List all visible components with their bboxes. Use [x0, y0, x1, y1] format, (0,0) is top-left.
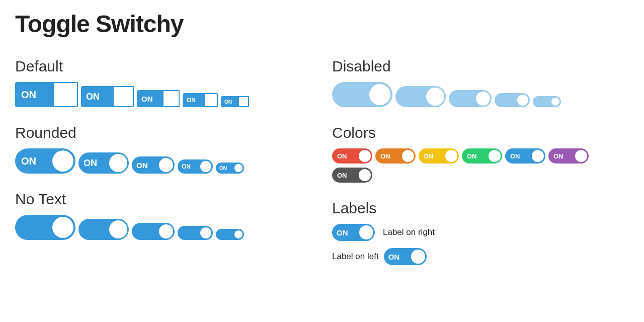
toggle-disabled-lg [395, 86, 446, 107]
toggle-notext-xl[interactable] [15, 215, 75, 240]
toggle-knob [238, 96, 249, 107]
label-right-text: Label on right [383, 227, 435, 237]
toggle-on-text: ON [86, 92, 100, 102]
toggle-on-text: ON [337, 152, 347, 160]
toggle-on-text: ON [380, 152, 390, 160]
toggle-knob [476, 92, 490, 106]
toggle-default-sm[interactable]: ON [183, 93, 218, 107]
toggle-default-lg[interactable]: ON [81, 86, 134, 107]
toggle-color-orange[interactable]: ON [375, 148, 416, 164]
section-notext: No Text [15, 191, 312, 242]
toggle-knob [532, 150, 544, 162]
section-labels: Labels ON Label on right Label on left O… [332, 200, 629, 267]
toggle-color-blue[interactable]: ON [505, 148, 545, 164]
toggle-knob [359, 225, 373, 239]
toggle-on-text: ON [224, 99, 232, 105]
toggle-knob [113, 86, 134, 107]
toggle-knob [551, 98, 559, 106]
toggle-knob [159, 158, 173, 172]
toggle-knob [517, 95, 528, 106]
toggle-notext-sm[interactable] [178, 226, 213, 240]
toggle-notext-xs[interactable] [216, 229, 244, 240]
toggle-knob [234, 230, 243, 238]
toggle-on-text: ON [467, 152, 477, 160]
toggle-knob [159, 224, 173, 238]
toggle-on-text: ON [187, 97, 196, 104]
toggle-rounded-sm[interactable]: ON [178, 159, 213, 174]
toggle-disabled-xl [332, 82, 392, 107]
toggle-knob [53, 82, 78, 107]
toggle-rounded-xs[interactable]: ON [216, 163, 244, 174]
toggle-on-text: ON [424, 152, 434, 160]
toggle-color-green[interactable]: ON [462, 148, 502, 164]
toggle-knob [109, 220, 127, 238]
toggle-on-text: ON [553, 152, 564, 160]
heading-colors: Colors [332, 124, 629, 141]
toggle-on-text: ON [21, 155, 36, 167]
section-disabled: Disabled [332, 58, 629, 109]
toggle-default-xl[interactable]: ON [15, 82, 78, 107]
toggle-on-text: ON [337, 172, 347, 179]
heading-labels: Labels [332, 200, 629, 217]
toggle-knob [369, 84, 390, 105]
toggle-knob [411, 250, 425, 264]
section-rounded: Rounded ON ON ON ON ON [15, 124, 312, 176]
toggle-label-right[interactable]: ON [332, 224, 375, 241]
toggle-color-purple[interactable]: ON [548, 148, 589, 164]
toggle-disabled-xs [533, 96, 561, 107]
toggle-default-xs[interactable]: ON [221, 96, 249, 107]
toggle-knob [52, 150, 73, 172]
toggle-label-left[interactable]: ON [384, 248, 427, 265]
toggle-on-text: ON [136, 161, 148, 170]
toggle-knob [402, 150, 414, 162]
toggle-knob [163, 90, 180, 107]
toggle-knob [234, 164, 243, 172]
heading-notext: No Text [15, 191, 312, 208]
toggle-knob [204, 93, 218, 107]
toggle-knob [109, 154, 127, 172]
toggle-knob [426, 88, 444, 106]
heading-disabled: Disabled [332, 58, 629, 75]
toggle-knob [359, 169, 371, 181]
toggle-on-text: ON [388, 253, 400, 261]
toggle-on-text: ON [337, 228, 348, 237]
toggle-knob [359, 150, 371, 162]
toggle-on-text: ON [219, 166, 227, 171]
label-left-text: Label on left [332, 252, 379, 262]
toggle-on-text: ON [182, 163, 191, 170]
toggle-notext-md[interactable] [132, 223, 175, 240]
heading-default: Default [15, 58, 312, 75]
toggle-on-text: ON [84, 158, 97, 169]
toggle-on-text: ON [510, 152, 520, 160]
toggle-color-yellow[interactable]: ON [419, 148, 459, 164]
toggle-knob [489, 150, 501, 162]
section-default: Default ON ON ON ON ON [15, 58, 312, 109]
heading-rounded: Rounded [15, 124, 312, 141]
section-colors: Colors ON ON ON ON ON ON ON [332, 124, 629, 185]
toggle-rounded-md[interactable]: ON [132, 156, 175, 174]
toggle-knob [445, 150, 457, 162]
toggle-on-text: ON [141, 95, 153, 103]
toggle-color-red[interactable]: ON [332, 148, 372, 164]
toggle-knob [200, 227, 211, 238]
page-title: Toggle Switchy [15, 10, 629, 38]
toggle-knob [200, 161, 211, 172]
toggle-rounded-lg[interactable]: ON [78, 152, 129, 174]
toggle-disabled-sm [495, 93, 530, 107]
toggle-color-gray[interactable]: ON [332, 168, 372, 183]
toggle-on-text: ON [21, 89, 36, 101]
toggle-notext-lg[interactable] [78, 219, 129, 240]
toggle-rounded-xl[interactable]: ON [15, 148, 75, 174]
toggle-knob [52, 217, 73, 238]
toggle-default-md[interactable]: ON [137, 90, 180, 107]
toggle-disabled-md [449, 90, 492, 107]
toggle-knob [575, 150, 587, 162]
